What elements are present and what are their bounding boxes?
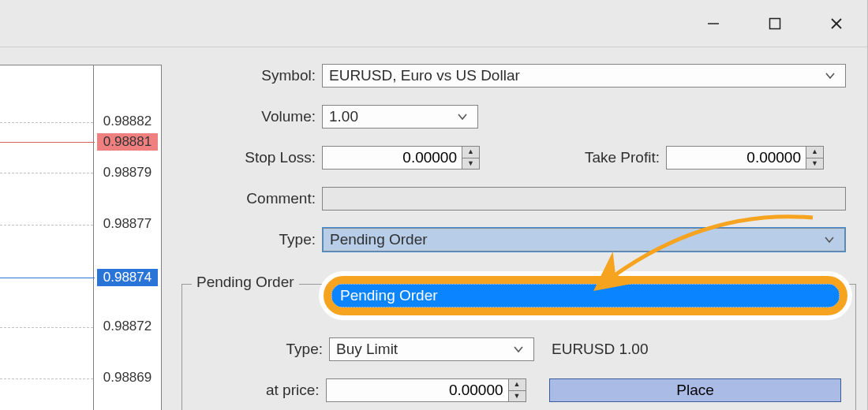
price-tick-bid: 0.98874 — [97, 269, 158, 286]
fieldset-legend: Pending Order — [192, 274, 299, 291]
spinner-buttons: ▲ ▼ — [462, 147, 479, 169]
content-area: 0.98882 0.98881 0.98879 0.98877 0.98874 … — [0, 47, 867, 410]
price-scale: 0.98882 0.98881 0.98879 0.98877 0.98874 … — [94, 65, 161, 410]
minimize-button[interactable] — [683, 6, 744, 42]
spin-up-icon[interactable]: ▲ — [509, 379, 526, 391]
atprice-label: at price: — [196, 382, 320, 399]
pending-summary: EURUSD 1.00 — [552, 341, 649, 358]
spinner-buttons: ▲ ▼ — [806, 147, 823, 169]
bid-price-line — [0, 278, 95, 278]
row-volume: Volume: 1.00 — [181, 104, 856, 129]
place-button[interactable]: Place — [549, 378, 841, 402]
row-comment: Comment: — [181, 186, 856, 211]
svg-rect-1 — [770, 19, 780, 29]
tick-chart-panel: 0.98882 0.98881 0.98879 0.98877 0.98874 … — [0, 65, 162, 410]
chart-gridline — [0, 225, 93, 226]
takeprofit-label: Take Profit: — [486, 149, 660, 166]
price-tick: 0.98879 — [97, 164, 158, 181]
chevron-down-icon — [821, 234, 838, 245]
chevron-down-icon — [510, 344, 527, 355]
pending-type-label: Type: — [196, 341, 323, 358]
row-at-price: at price: ▲ ▼ Place — [196, 378, 841, 403]
order-dialog-window: 0.98882 0.98881 0.98879 0.98877 0.98874 … — [0, 0, 868, 410]
ask-price-line — [0, 142, 95, 143]
price-tick: 0.98869 — [97, 369, 158, 386]
spin-down-icon[interactable]: ▼ — [462, 158, 479, 170]
close-icon — [829, 17, 844, 31]
price-tick: 0.98877 — [97, 215, 158, 233]
spin-down-icon[interactable]: ▼ — [509, 391, 526, 402]
minimize-icon — [706, 17, 720, 31]
price-tick: 0.98872 — [97, 318, 158, 335]
symbol-label: Symbol: — [181, 67, 316, 84]
comment-input[interactable] — [322, 187, 846, 211]
type-label: Type: — [181, 231, 316, 248]
stoploss-label: Stop Loss: — [181, 149, 316, 166]
volume-dropdown[interactable]: 1.00 — [322, 105, 478, 129]
type-option-pending-order[interactable]: Pending Order — [331, 284, 840, 308]
chart-gridline — [0, 122, 93, 123]
stoploss-spinner[interactable]: ▲ ▼ — [322, 146, 480, 170]
takeprofit-input[interactable] — [667, 147, 806, 169]
titlebar — [0, 0, 867, 47]
atprice-spinner[interactable]: ▲ ▼ — [326, 378, 526, 402]
row-type: Type: Pending Order — [181, 227, 856, 252]
symbol-value: EURUSD, Euro vs US Dollar — [329, 67, 520, 84]
spin-up-icon[interactable]: ▲ — [462, 147, 479, 158]
takeprofit-spinner[interactable]: ▲ ▼ — [666, 146, 824, 170]
row-pending-type: Type: Buy Limit EURUSD 1.00 — [196, 337, 841, 362]
row-symbol: Symbol: EURUSD, Euro vs US Dollar — [181, 63, 856, 88]
spin-up-icon[interactable]: ▲ — [806, 147, 823, 158]
comment-label: Comment: — [181, 190, 316, 207]
chevron-down-icon — [821, 70, 839, 81]
price-tick: 0.98882 — [97, 113, 158, 130]
chevron-down-icon — [454, 111, 471, 122]
row-slt-tp: Stop Loss: ▲ ▼ Take Profit: ▲ ▼ — [181, 145, 856, 170]
price-tick-ask: 0.98881 — [97, 133, 158, 151]
order-form: Symbol: EURUSD, Euro vs US Dollar Volume… — [181, 63, 856, 410]
maximize-button[interactable] — [744, 6, 806, 42]
spinner-buttons: ▲ ▼ — [508, 379, 526, 401]
close-button[interactable] — [806, 6, 867, 42]
chart-gridline — [0, 173, 93, 173]
chart-plot-area — [0, 65, 94, 410]
chart-gridline — [0, 327, 93, 328]
maximize-icon — [769, 17, 781, 30]
spin-down-icon[interactable]: ▼ — [806, 158, 823, 170]
pending-type-value: Buy Limit — [336, 341, 398, 358]
atprice-input[interactable] — [327, 379, 508, 401]
volume-label: Volume: — [181, 108, 316, 125]
symbol-dropdown[interactable]: EURUSD, Euro vs US Dollar — [322, 64, 846, 88]
type-value: Pending Order — [330, 231, 428, 248]
chart-gridline — [0, 378, 93, 379]
stoploss-input[interactable] — [323, 147, 462, 169]
pending-type-dropdown[interactable]: Buy Limit — [329, 337, 534, 361]
volume-value: 1.00 — [329, 108, 358, 125]
type-dropdown[interactable]: Pending Order — [322, 227, 846, 252]
